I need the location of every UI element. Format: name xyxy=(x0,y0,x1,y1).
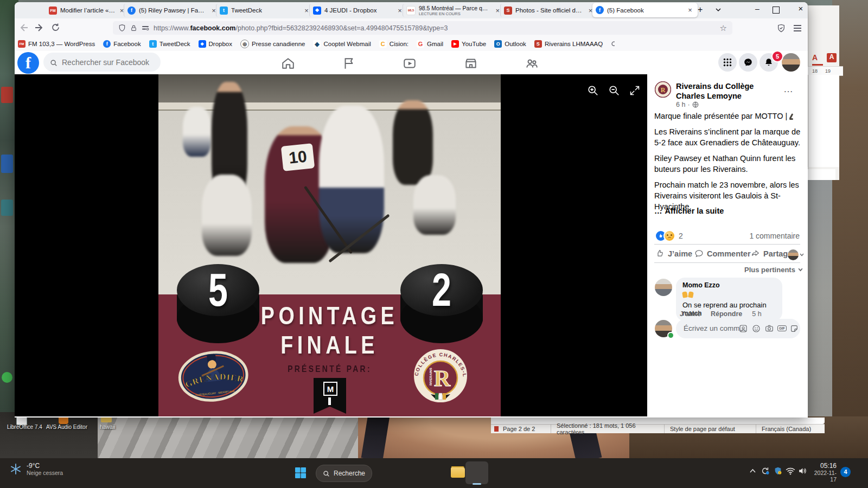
desktop-icon-label[interactable]: AVS Audio Editor xyxy=(46,424,87,430)
desktop-icon-fragment[interactable] xyxy=(1,200,13,216)
camera-icon[interactable] xyxy=(765,324,774,333)
start-button[interactable] xyxy=(293,465,308,480)
wallpaper-fabric xyxy=(98,416,374,458)
bookmark-facebook[interactable]: fFacebook xyxy=(103,40,141,48)
avatar-sticker-icon[interactable] xyxy=(739,324,748,333)
page-avatar[interactable]: R xyxy=(655,81,671,98)
like-button[interactable]: J’aime xyxy=(655,249,692,258)
security-shield-icon[interactable]: ! xyxy=(774,466,782,476)
window-close-button[interactable]: × xyxy=(792,4,809,13)
tab-dropbox[interactable]: ❖ 4 JEUDI - Dropbox × xyxy=(309,4,407,17)
share-as-avatar-selector[interactable] xyxy=(788,249,804,260)
watch-tab-icon[interactable] xyxy=(403,56,417,70)
home-tab-icon[interactable] xyxy=(281,56,295,70)
desktop-icon-fragment[interactable] xyxy=(2,372,12,383)
tab-facebook-active[interactable]: f (5) Facebook × xyxy=(592,3,698,17)
bookmark-riverains[interactable]: SRiverains LHMAAAQ xyxy=(534,40,603,48)
file-explorer-icon[interactable] xyxy=(451,467,465,478)
back-icon[interactable] xyxy=(18,23,28,33)
volume-icon[interactable] xyxy=(798,467,807,475)
tab-tweetdeck[interactable]: t TweetDeck × xyxy=(216,4,314,17)
bookmark-star-icon[interactable]: ☆ xyxy=(720,23,727,33)
tab-radio-985[interactable]: 98,5 98.5 Montréal — Parce que v LECTURE… xyxy=(403,4,505,17)
bookmark-cision[interactable]: CCision: xyxy=(379,40,409,48)
bookmark-urgences[interactable]: urgences hôpitaux xyxy=(611,41,615,48)
reload-icon[interactable] xyxy=(51,23,60,32)
desktop-icon-fragment[interactable] xyxy=(1,87,13,103)
tray-chevron-icon[interactable] xyxy=(749,468,756,473)
bookmark-outlook[interactable]: OOutlook xyxy=(494,40,526,48)
page-style-status[interactable]: Style de page par défaut xyxy=(665,426,756,432)
post-author[interactable]: Riverains du Collège Charles Lemoyne xyxy=(676,81,782,101)
comment-button[interactable]: Commenter xyxy=(694,249,751,258)
post-menu-icon[interactable]: … xyxy=(783,84,794,95)
comment-composer[interactable]: Écrivez un comm... GIF xyxy=(676,319,800,338)
post-time[interactable]: 6 h xyxy=(676,101,685,108)
bookmark-dropbox[interactable]: ❖Dropbox xyxy=(199,40,232,48)
onedrive-sync-icon[interactable] xyxy=(761,466,770,476)
tracking-shield-icon[interactable] xyxy=(118,24,126,32)
bookmark-tweetdeck[interactable]: tTweetDeck xyxy=(149,40,190,48)
comment-time[interactable]: 5 h xyxy=(752,310,761,318)
page-status[interactable]: Page 2 de 2 xyxy=(503,426,551,432)
taskbar-clock[interactable]: 05:16 2022-11-17 xyxy=(808,462,837,483)
comment-sort-selector[interactable]: Plus pertinents xyxy=(744,266,803,274)
bookmark-gmail[interactable]: GGmail xyxy=(417,40,443,48)
window-minimize-button[interactable]: – xyxy=(749,4,766,13)
gif-icon[interactable]: GIF xyxy=(777,325,787,331)
commenter-avatar[interactable] xyxy=(655,279,672,296)
tab-riley-pawsey[interactable]: f (5) Riley Pawsey | Facebook × xyxy=(124,4,221,17)
bookmark-youtube[interactable]: ▶YouTube xyxy=(451,40,486,48)
apps-grid-icon[interactable] xyxy=(718,53,737,72)
desktop-icon-fragment[interactable] xyxy=(1,155,13,173)
desktop-icon-label[interactable]: hawaii xyxy=(100,424,115,430)
comment-reply-link[interactable]: Répondre xyxy=(711,310,742,318)
tab-list-chevron-icon[interactable] xyxy=(715,8,722,12)
see-more-link[interactable]: … Afficher la suite xyxy=(654,207,724,215)
profile-avatar[interactable] xyxy=(782,53,800,72)
font-color-icon[interactable]: A xyxy=(812,53,823,66)
notification-center-badge[interactable]: 4 xyxy=(840,467,851,477)
zoom-out-icon[interactable] xyxy=(608,85,620,97)
selection-status[interactable]: Sélectionné : 181 mots, 1 056 caractères xyxy=(551,422,664,435)
wifi-icon[interactable] xyxy=(786,467,795,475)
new-tab-button[interactable]: + xyxy=(698,5,703,15)
sticker-icon[interactable] xyxy=(790,324,799,333)
zoom-in-icon[interactable] xyxy=(587,85,599,97)
commenter-name[interactable]: Momo Ezzo xyxy=(682,281,776,289)
pages-flag-tab-icon[interactable] xyxy=(342,56,356,70)
snowflake-icon xyxy=(10,463,22,475)
facebook-search-input[interactable] xyxy=(43,53,161,72)
window-maximize-button[interactable] xyxy=(773,7,780,14)
taskbar-search[interactable]: Recherche xyxy=(316,465,372,482)
site-permissions-icon[interactable] xyxy=(142,25,149,31)
desktop-icon-label[interactable]: LibreOffice 7.4 xyxy=(7,424,42,430)
fullscreen-icon[interactable] xyxy=(629,85,640,96)
highlight-color-icon[interactable]: A xyxy=(827,53,837,62)
weather-widget[interactable]: -9°C Neige cessera xyxy=(10,462,63,476)
grenadiers-logo: GRENADIERS CHÂTEAUGUAY · MIDGET AAA xyxy=(175,343,251,407)
forward-icon[interactable] xyxy=(35,23,44,33)
url-bar[interactable]: https://www.facebook.com/photo.php?fbid=… xyxy=(113,21,732,35)
tab-label: Modifier l’article « Rendez-vo xyxy=(60,7,116,14)
emoji-smiley-icon[interactable] xyxy=(752,324,761,333)
reactions-summary[interactable]: 2 xyxy=(655,230,683,242)
bookmark-presse-canadienne[interactable]: ⊕Presse canadienne xyxy=(240,40,305,48)
comment-count[interactable]: 1 commentaire xyxy=(738,232,800,240)
bookmark-cooptel[interactable]: ◆Cooptel Webmail xyxy=(313,40,371,48)
facebook-logo[interactable]: f xyxy=(17,52,39,74)
lock-icon[interactable] xyxy=(130,24,137,32)
comment-like-link[interactable]: J’aime xyxy=(680,310,701,318)
photo-player-figure xyxy=(319,106,384,253)
messenger-icon[interactable] xyxy=(739,53,757,72)
language-status[interactable]: Français (Canada) xyxy=(756,426,811,432)
tab-wordpress[interactable]: FM Modifier l’article « Rendez-vo × xyxy=(46,4,128,17)
document-modified-icon[interactable] xyxy=(494,426,499,432)
marketplace-tab-icon[interactable] xyxy=(464,56,478,70)
pocket-shield-icon[interactable] xyxy=(777,24,786,33)
menu-hamburger-icon[interactable] xyxy=(793,24,802,32)
bookmark-fm-wordpress[interactable]: FMFM 103,3 — WordPress xyxy=(18,40,95,48)
tab-close-icon[interactable]: × xyxy=(686,6,694,14)
tab-riverains-site[interactable]: S Photos - Site officiel des River × xyxy=(500,4,597,17)
groups-tab-icon[interactable] xyxy=(525,56,539,70)
